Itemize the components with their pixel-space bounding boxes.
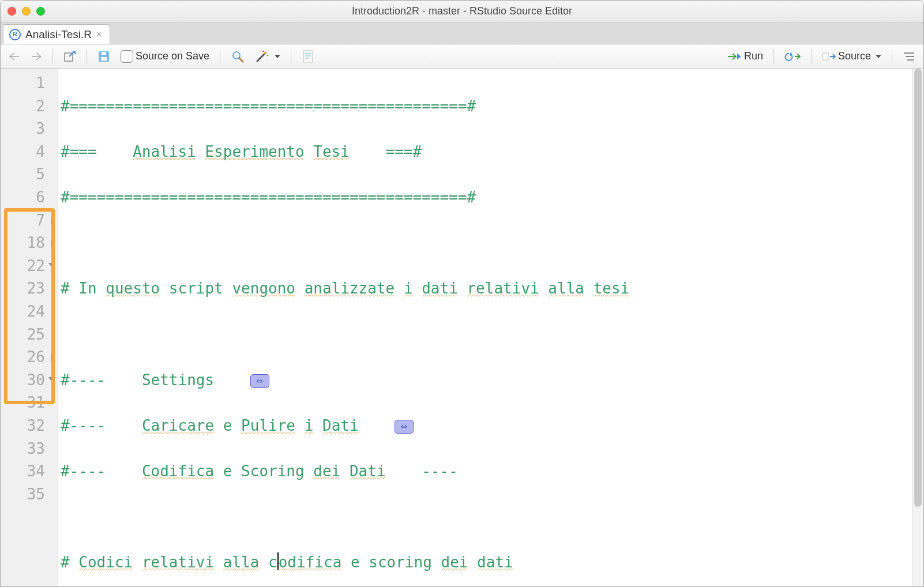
code-line: # Codici relativi alla codifica e scorin… bbox=[61, 551, 923, 574]
line-number: 33 bbox=[1, 438, 58, 461]
popout-button[interactable] bbox=[61, 50, 78, 63]
window-title: Introduction2R - master - RStudio Source… bbox=[1, 5, 923, 17]
code-line bbox=[61, 506, 923, 529]
fold-marker-icon[interactable]: ⇔ bbox=[250, 374, 269, 388]
toolbar-separator bbox=[52, 49, 53, 64]
line-number: 25 bbox=[1, 323, 58, 347]
line-number: 3 bbox=[1, 118, 58, 141]
line-number-gutter[interactable]: 1 2 3 4 5 6 7 18 22 23 24 25 26 30 31 32… bbox=[1, 69, 58, 586]
svg-point-6 bbox=[267, 54, 269, 56]
compile-report-button[interactable] bbox=[299, 48, 317, 65]
toolbar-separator bbox=[892, 49, 892, 64]
run-button[interactable]: Run bbox=[724, 49, 765, 63]
code-line: #---- Caricare e Pulire i Dati ⇔ bbox=[61, 415, 923, 438]
fold-closed-icon[interactable] bbox=[51, 217, 55, 224]
dropdown-caret-icon bbox=[876, 55, 881, 58]
nav-forward-button[interactable] bbox=[28, 51, 44, 62]
line-number: 24 bbox=[1, 300, 58, 323]
toolbar-separator bbox=[773, 49, 774, 64]
line-number: 7 bbox=[1, 209, 58, 232]
toolbar-separator bbox=[87, 49, 87, 64]
code-line bbox=[61, 323, 923, 347]
tab-bar: R Analisi-Tesi.R × bbox=[1, 22, 923, 44]
file-tab[interactable]: R Analisi-Tesi.R × bbox=[3, 24, 110, 44]
source-on-save-label: Source on Save bbox=[136, 50, 209, 62]
line-number: 34 bbox=[1, 460, 58, 483]
line-number: 6 bbox=[1, 186, 58, 209]
run-label: Run bbox=[744, 50, 763, 62]
code-line: # In questo script vengono analizzate i … bbox=[61, 277, 923, 300]
nav-back-button[interactable] bbox=[6, 51, 22, 62]
source-editor[interactable]: 1 2 3 4 5 6 7 18 22 23 24 25 26 30 31 32… bbox=[1, 69, 923, 586]
r-file-icon: R bbox=[9, 29, 21, 40]
source-on-save-toggle[interactable]: Source on Save bbox=[118, 49, 212, 64]
svg-rect-3 bbox=[102, 52, 106, 55]
svg-rect-8 bbox=[303, 51, 313, 62]
line-number: 22 bbox=[1, 255, 58, 278]
checkbox-icon bbox=[121, 50, 133, 63]
code-line: #=======================================… bbox=[61, 186, 923, 209]
source-label: Source bbox=[838, 50, 871, 62]
line-number: 1 bbox=[1, 72, 58, 95]
code-line bbox=[61, 232, 923, 255]
code-line: #---- Codifica e Scoring dei Dati ---- bbox=[61, 460, 923, 483]
line-number: 18 bbox=[1, 232, 58, 255]
tab-filename: Analisi-Tesi.R bbox=[25, 28, 92, 41]
svg-rect-2 bbox=[101, 57, 107, 61]
code-line: #=======================================… bbox=[61, 95, 923, 118]
line-number: 35 bbox=[1, 483, 58, 506]
line-number: 32 bbox=[1, 415, 58, 438]
toolbar-separator bbox=[291, 49, 291, 64]
scrollbar-thumb[interactable] bbox=[914, 69, 922, 507]
toolbar-separator bbox=[220, 49, 220, 64]
rerun-button[interactable] bbox=[782, 50, 803, 63]
save-button[interactable] bbox=[95, 49, 112, 64]
window-titlebar: Introduction2R - master - RStudio Source… bbox=[1, 1, 923, 22]
fold-closed-icon[interactable] bbox=[51, 240, 55, 247]
line-number: 4 bbox=[1, 141, 58, 164]
close-tab-icon[interactable]: × bbox=[96, 29, 102, 40]
editor-toolbar: Source on Save Run Source bbox=[1, 44, 923, 69]
line-number: 26 bbox=[1, 346, 58, 369]
code-line: #=== Analisi Esperimento Tesi ===# bbox=[61, 141, 923, 164]
code-area[interactable]: #=======================================… bbox=[58, 69, 923, 586]
line-number: 30 bbox=[1, 369, 58, 392]
dropdown-caret-icon bbox=[275, 55, 280, 58]
fold-open-icon[interactable] bbox=[48, 377, 55, 382]
svg-point-5 bbox=[264, 52, 266, 54]
code-line: #---- Settings ⇔ bbox=[61, 369, 923, 392]
outline-button[interactable] bbox=[900, 50, 918, 63]
line-number: 23 bbox=[1, 277, 58, 300]
vertical-scrollbar[interactable] bbox=[912, 69, 923, 586]
svg-point-7 bbox=[262, 50, 264, 52]
fold-marker-icon[interactable]: ⇔ bbox=[395, 420, 414, 434]
find-button[interactable] bbox=[228, 48, 247, 65]
fold-open-icon[interactable] bbox=[48, 263, 55, 268]
source-button[interactable]: Source bbox=[820, 49, 884, 63]
line-number: 2 bbox=[1, 95, 58, 118]
line-number: 5 bbox=[1, 163, 58, 186]
line-number: 31 bbox=[1, 392, 58, 415]
toolbar-separator bbox=[811, 49, 812, 64]
fold-closed-icon[interactable] bbox=[51, 354, 55, 361]
code-tools-button[interactable] bbox=[253, 48, 283, 65]
svg-rect-9 bbox=[822, 53, 828, 60]
